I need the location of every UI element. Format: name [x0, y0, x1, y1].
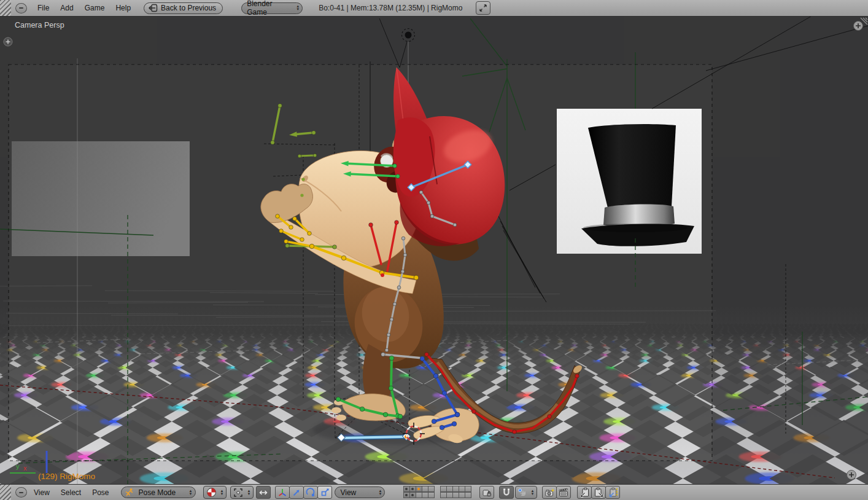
blender-window: y x Camera Persp (129) RigMomo File Add … [0, 0, 868, 500]
shading-selector[interactable]: ▲▼ [203, 486, 227, 499]
lock-icon [482, 488, 492, 498]
translate-icon [292, 488, 301, 498]
paste-flipped-pose-icon [608, 487, 618, 498]
view-name-label: Camera Persp [15, 21, 64, 29]
layer-cell[interactable] [428, 492, 435, 498]
expand-properties-plus-button[interactable] [847, 471, 856, 480]
layer-cell[interactable] [465, 492, 471, 498]
snap-increment-icon [517, 488, 527, 498]
manipulate-centers-icon [258, 488, 268, 498]
fullscreen-toggle-button[interactable] [476, 1, 490, 15]
menu-add[interactable]: Add [55, 0, 79, 16]
mode-selector[interactable]: Pose Mode ▲▼ [121, 486, 196, 498]
editor-type-button[interactable] [15, 3, 27, 14]
lock-camera-button[interactable] [479, 486, 494, 499]
scene-selector[interactable]: Blender Game ▲▼ [241, 2, 303, 14]
rotate-manipulator-button[interactable] [303, 486, 318, 499]
pose-figure-icon [125, 488, 134, 497]
pivot-center-icon [233, 488, 243, 498]
menu-pose[interactable]: Pose [87, 485, 114, 500]
copy-pose-button[interactable] [577, 486, 592, 499]
menu-help[interactable]: Help [110, 0, 136, 16]
manipulator-buttons [276, 486, 332, 499]
snap-element-selector[interactable]: ▲▼ [515, 486, 537, 499]
editor-type-icon [19, 7, 23, 9]
window-corner-grip[interactable] [0, 0, 11, 16]
opengl-anim-icon [559, 488, 569, 498]
opengl-render-button[interactable] [542, 486, 557, 499]
menu-view[interactable]: View [28, 485, 55, 500]
back-to-previous-button[interactable]: Back to Previous [144, 2, 223, 14]
paste-pose-icon [594, 487, 604, 498]
opengl-render-icon [544, 488, 555, 498]
editor-type-button-3dview[interactable] [15, 487, 27, 498]
translate-manipulator-button[interactable] [289, 486, 304, 499]
editor-type-icon [19, 492, 23, 493]
armature-layers-block2[interactable] [440, 486, 471, 499]
collapse-region-plus-button[interactable] [4, 37, 12, 46]
opengl-anim-render-button[interactable] [556, 486, 571, 499]
viewport-menu-bar: View Select Pose [28, 485, 115, 500]
layer-cell[interactable] [465, 486, 471, 492]
top-hat-image-plane[interactable] [557, 109, 702, 254]
scale-manipulator-button[interactable] [317, 486, 332, 499]
viewport-header: View Select Pose Pose Mode ▲▼ ▲▼ ▲▼ [0, 484, 868, 500]
shading-sphere-icon [206, 487, 217, 498]
gray-plane-object[interactable] [12, 141, 190, 256]
dropdown-arrows-icon: ▲▼ [187, 490, 195, 496]
copy-pose-icon [579, 487, 590, 498]
expand-toolbar-plus-button[interactable] [854, 21, 863, 31]
viewport-3d[interactable]: y x Camera Persp (129) RigMomo [0, 0, 868, 500]
armature-layers-block1[interactable] [403, 486, 434, 499]
orientation-selector[interactable]: View ▲▼ [335, 486, 385, 498]
pivot-selector[interactable]: ▲▼ [230, 486, 254, 499]
rotate-icon [306, 488, 316, 498]
layer-cell[interactable] [428, 486, 435, 492]
paste-pose-button[interactable] [591, 486, 606, 499]
manipulator-toggle-button[interactable] [275, 486, 290, 499]
scale-icon [320, 488, 330, 498]
gizmo-x-label: x [23, 464, 27, 472]
menu-file[interactable]: File [32, 0, 55, 16]
snap-magnet-icon [502, 488, 511, 498]
menu-game[interactable]: Game [79, 0, 110, 16]
fullscreen-icon [479, 4, 487, 12]
manipulate-centers-button[interactable] [256, 486, 271, 499]
active-object-label: (129) RigMomo [38, 472, 95, 481]
top-menu-bar: File Add Game Help [32, 0, 136, 16]
gizmo-y-label: y [16, 463, 20, 470]
snap-toggle-button[interactable] [499, 486, 514, 499]
paste-flipped-pose-button[interactable] [605, 486, 620, 499]
window-corner-grip-bottom[interactable] [0, 485, 11, 500]
dropdown-arrows-icon: ▲▼ [293, 5, 302, 11]
info-editor-header: File Add Game Help Back to Previous Blen… [0, 0, 868, 17]
menu-select[interactable]: Select [55, 485, 87, 500]
scene-stats: Bo:0-41 | Mem:13.78M (12.35M) | RigMomo [319, 4, 462, 12]
axis-manipulator-icon [277, 488, 287, 498]
back-arrow-icon [148, 4, 158, 12]
